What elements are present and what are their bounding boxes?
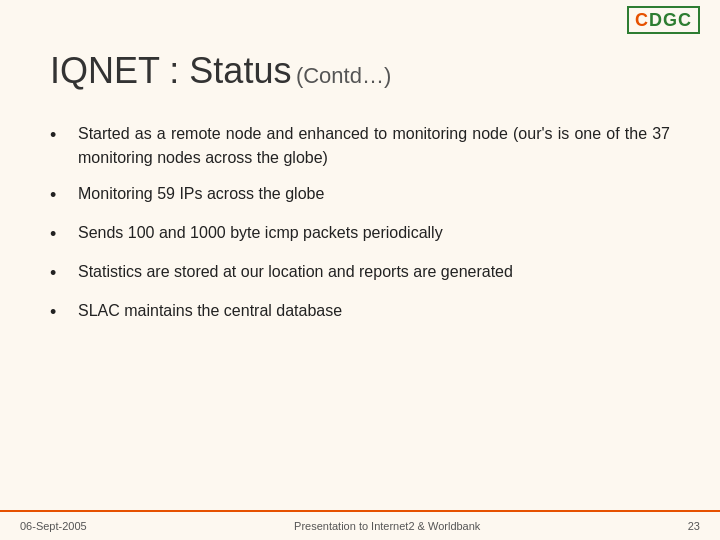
bullet-text: Statistics are stored at our location an…: [78, 260, 670, 284]
logo: CDGC: [627, 6, 700, 34]
bullet-icon: •: [50, 299, 70, 326]
footer-page-number: 23: [688, 520, 700, 532]
logo-c-letter: C: [635, 10, 649, 30]
logo-rest: DGC: [649, 10, 692, 30]
footer-center-text: Presentation to Internet2 & Worldbank: [294, 520, 480, 532]
bullet-icon: •: [50, 260, 70, 287]
list-item: • Monitoring 59 IPs across the globe: [50, 182, 670, 209]
slide-title: IQNET : Status: [50, 50, 291, 91]
slide-title-contd: (Contd…): [296, 63, 391, 88]
list-item: • SLAC maintains the central database: [50, 299, 670, 326]
footer: 06-Sept-2005 Presentation to Internet2 &…: [0, 510, 720, 540]
bullet-icon: •: [50, 122, 70, 149]
bullet-text: Sends 100 and 1000 byte icmp packets per…: [78, 221, 670, 245]
bullet-text: SLAC maintains the central database: [78, 299, 670, 323]
bullet-icon: •: [50, 182, 70, 209]
title-area: IQNET : Status (Contd…): [50, 50, 670, 92]
bullet-icon: •: [50, 221, 70, 248]
list-item: • Started as a remote node and enhanced …: [50, 122, 670, 170]
slide-container: CDGC IQNET : Status (Contd…) • Started a…: [0, 0, 720, 540]
logo-area: CDGC: [627, 10, 700, 31]
footer-date: 06-Sept-2005: [20, 520, 87, 532]
list-item: • Sends 100 and 1000 byte icmp packets p…: [50, 221, 670, 248]
bullet-list: • Started as a remote node and enhanced …: [50, 122, 670, 326]
content-area: • Started as a remote node and enhanced …: [50, 122, 670, 326]
bullet-text: Monitoring 59 IPs across the globe: [78, 182, 670, 206]
list-item: • Statistics are stored at our location …: [50, 260, 670, 287]
bullet-text: Started as a remote node and enhanced to…: [78, 122, 670, 170]
